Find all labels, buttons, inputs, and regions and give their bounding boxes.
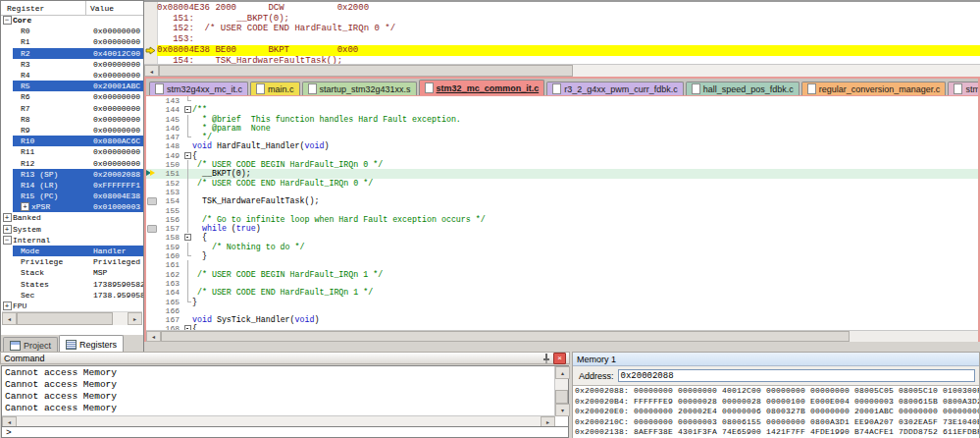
file-tab[interactable]: hall_speed_pos_fdbk.c [686, 82, 799, 95]
tab-registers[interactable]: Registers [59, 335, 124, 353]
scroll-left-icon[interactable]: ◂ [2, 312, 17, 325]
register-row[interactable]: +System [1, 224, 143, 235]
scroll-up-icon[interactable]: ▴ [555, 366, 570, 379]
line-marker [146, 233, 158, 242]
disassembly-window[interactable]: 0x08004E36 2000 DCW 0x2000 151: __BKPT(0… [144, 0, 980, 77]
registers-hscrollbar[interactable]: ◂ ▸ [2, 311, 142, 325]
register-row[interactable]: +xPSR0x01000003 [1, 201, 143, 212]
register-row[interactable]: States17389590582 [1, 279, 143, 290]
code-text [192, 279, 978, 288]
line-number: 145 [158, 115, 183, 124]
fold-margin[interactable] [183, 105, 192, 114]
collapse-icon[interactable]: − [3, 16, 12, 25]
command-output[interactable]: Cannot access MemoryCannot access Memory… [1, 365, 569, 427]
register-row[interactable]: R30x00000000 [1, 59, 143, 70]
command-vscrollbar[interactable]: ▴ ▾ [554, 366, 568, 416]
register-row[interactable]: R90x00000000 [1, 125, 143, 136]
register-row[interactable]: R110x00000000 [1, 146, 143, 157]
register-name: Sec [21, 291, 34, 300]
file-tab[interactable]: stm32_mc_common_it.c [419, 80, 545, 95]
file-tab[interactable]: startup_stm32g431xx.s [302, 82, 417, 95]
scrollbar-thumb[interactable] [555, 390, 568, 404]
fold-margin[interactable] [183, 151, 192, 160]
line-number: 156 [158, 215, 183, 224]
fold-margin [183, 96, 192, 105]
register-row[interactable]: R120x00000000 [1, 157, 143, 168]
disassembly-hscrollbar[interactable]: ◂ [144, 64, 980, 77]
command-input[interactable]: > [1, 426, 569, 438]
register-row[interactable]: R10x00000000 [1, 36, 143, 47]
line-number: 152 [158, 179, 183, 188]
register-value: 0x08004E38 [93, 192, 143, 200]
fold-margin [183, 251, 192, 260]
register-value: 0x20001ABC [93, 82, 143, 90]
register-row[interactable]: R13 (SP)0x20002088 [1, 169, 143, 180]
close-icon[interactable]: × [553, 353, 566, 364]
file-tab[interactable]: stm32g4xx_mc_it.c [149, 82, 248, 95]
register-row[interactable]: +FPU [1, 301, 143, 311]
file-tab[interactable]: r3_2_g4xx_pwm_curr_fdbk.c [546, 82, 684, 95]
register-row[interactable]: PrivilegePrivileged [1, 256, 143, 267]
tab-registers-label: Registers [79, 340, 117, 350]
fold-margin[interactable] [183, 233, 192, 242]
expand-icon[interactable]: + [21, 202, 29, 211]
register-row[interactable]: R60x00000000 [1, 91, 143, 102]
register-row[interactable]: −Core [1, 15, 143, 26]
register-row[interactable]: R00x00000000 [1, 26, 143, 36]
register-row[interactable]: −Internal [1, 235, 143, 246]
line-marker [146, 306, 158, 315]
expand-icon[interactable]: + [3, 301, 12, 310]
pin-icon[interactable] [542, 354, 550, 363]
file-tab[interactable]: main.c [250, 82, 300, 95]
fold-margin [183, 315, 192, 324]
expand-icon[interactable]: + [3, 213, 12, 222]
register-row[interactable]: Sec1738.95905820 [1, 290, 143, 301]
fold-margin [183, 298, 192, 306]
scroll-right-icon[interactable]: ▸ [128, 312, 142, 325]
file-tab-label: stm32g4xx_mc_it.c [167, 84, 242, 94]
tab-project[interactable]: Project [3, 337, 58, 353]
register-row[interactable]: StackMSP [1, 267, 143, 278]
fold-margin[interactable] [183, 324, 192, 330]
scrollbar-thumb[interactable] [17, 312, 113, 325]
scroll-left-icon[interactable]: ◂ [144, 65, 159, 77]
command-hscrollbar[interactable]: ◂ ▸ [2, 415, 555, 426]
scroll-left-icon[interactable]: ◂ [146, 331, 161, 342]
register-row[interactable]: R15 (PC)0x08004E38 [1, 191, 143, 201]
editor-hscrollbar[interactable]: ◂ [146, 330, 978, 342]
register-row[interactable]: +Banked [1, 212, 143, 223]
scroll-down-icon[interactable]: ▾ [555, 404, 570, 416]
register-name: R1 [21, 37, 30, 46]
register-name: Privilege [21, 257, 63, 266]
line-marker [146, 151, 158, 160]
memory-hex-dump[interactable]: 0x20002088: 00000000 00000000 40012C00 0… [573, 386, 979, 438]
memory-address-row: Address: 0x20002088 [573, 366, 979, 386]
register-row[interactable]: R14 (LR)0xFFFFFFF1 [1, 180, 143, 191]
file-tab[interactable]: regular_conversion_manager.c [801, 82, 947, 95]
code-line: 145 * @brief This function handles Hard … [146, 115, 978, 124]
register-row[interactable]: ModeHandler [1, 246, 143, 256]
file-tab[interactable]: stm32g4xx_hal_rcc.c [948, 82, 978, 95]
register-row[interactable]: R100x0800AC6C [1, 136, 143, 146]
code-line: 152 /* USER CODE END HardFault_IRQn 0 */ [146, 179, 978, 188]
scrollbar-thumb[interactable] [161, 331, 850, 342]
register-row[interactable]: R40x00000000 [1, 70, 143, 81]
memory-address-input[interactable]: 0x20002088 [618, 369, 975, 382]
register-row[interactable]: R70x00000000 [1, 103, 143, 114]
line-number: 167 [158, 315, 183, 324]
register-row[interactable]: R50x20001ABC [1, 81, 143, 91]
register-tree[interactable]: −CoreR00x00000000R10x00000000R20x40012C0… [1, 15, 143, 311]
code-area[interactable]: 143144/**145 * @brief This function hand… [146, 95, 978, 330]
register-row[interactable]: R80x00000000 [1, 114, 143, 125]
code-text: /* Go to infinite loop when Hard Fault e… [192, 215, 978, 224]
line-number: 148 [158, 141, 183, 150]
code-line: 155 [146, 206, 978, 215]
register-value: 0x00000000 [93, 147, 143, 156]
collapse-icon[interactable]: − [3, 236, 12, 245]
register-row[interactable]: R20x40012C00 [1, 48, 143, 59]
scrollbar-thumb[interactable] [159, 65, 573, 77]
code-text: __BKPT(0); [192, 169, 978, 178]
expand-icon[interactable]: + [3, 225, 12, 234]
register-name: R5 [21, 82, 30, 90]
code-text: * @brief This function handles Hard Faul… [192, 115, 978, 124]
